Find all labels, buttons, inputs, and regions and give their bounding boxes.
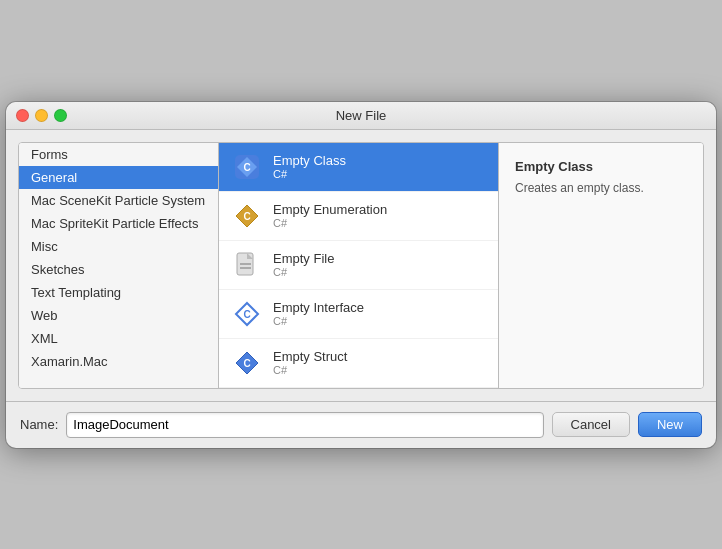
sidebar-item-text-templating[interactable]: Text Templating bbox=[19, 281, 218, 304]
file-icon-empty-interface: C bbox=[231, 298, 263, 330]
maximize-button[interactable] bbox=[54, 109, 67, 122]
bottom-bar: Name: Cancel New bbox=[6, 401, 716, 448]
name-input[interactable] bbox=[66, 412, 543, 438]
file-item-empty-file[interactable]: Empty FileC# bbox=[219, 241, 498, 290]
file-sub: C# bbox=[273, 364, 347, 376]
window-title: New File bbox=[336, 108, 387, 123]
file-name: Empty Interface bbox=[273, 300, 364, 315]
file-name: Empty Class bbox=[273, 153, 346, 168]
file-item-empty-class[interactable]: CEmpty ClassC# bbox=[219, 143, 498, 192]
button-group: Cancel New bbox=[552, 412, 702, 437]
svg-text:C: C bbox=[243, 162, 250, 173]
file-list: CEmpty ClassC#CEmpty EnumerationC#Empty … bbox=[219, 143, 499, 388]
file-name: Empty Enumeration bbox=[273, 202, 387, 217]
file-icon-empty-class: C bbox=[231, 151, 263, 183]
file-icon-empty-struct: C bbox=[231, 347, 263, 379]
sidebar-item-mac-scenekit[interactable]: Mac SceneKit Particle System bbox=[19, 189, 218, 212]
detail-description: Creates an empty class. bbox=[515, 180, 687, 197]
main-content: FormsGeneralMac SceneKit Particle System… bbox=[6, 130, 716, 401]
sidebar-item-mac-spritekit[interactable]: Mac SpriteKit Particle Effects bbox=[19, 212, 218, 235]
svg-text:C: C bbox=[243, 211, 250, 222]
new-file-window: New File FormsGeneralMac SceneKit Partic… bbox=[6, 102, 716, 448]
sidebar-item-xml[interactable]: XML bbox=[19, 327, 218, 350]
file-item-empty-enumeration[interactable]: CEmpty EnumerationC# bbox=[219, 192, 498, 241]
file-sub: C# bbox=[273, 266, 334, 278]
minimize-button[interactable] bbox=[35, 109, 48, 122]
file-sub: C# bbox=[273, 217, 387, 229]
new-button[interactable]: New bbox=[638, 412, 702, 437]
sidebar-item-xamarin-mac[interactable]: Xamarin.Mac bbox=[19, 350, 218, 373]
sidebar-item-sketches[interactable]: Sketches bbox=[19, 258, 218, 281]
file-icon-empty-file bbox=[231, 249, 263, 281]
file-sub: C# bbox=[273, 168, 346, 180]
file-item-empty-interface[interactable]: CEmpty InterfaceC# bbox=[219, 290, 498, 339]
sidebar-item-misc[interactable]: Misc bbox=[19, 235, 218, 258]
svg-text:C: C bbox=[243, 358, 250, 369]
sidebar-item-web[interactable]: Web bbox=[19, 304, 218, 327]
detail-title: Empty Class bbox=[515, 159, 687, 174]
close-button[interactable] bbox=[16, 109, 29, 122]
panels: FormsGeneralMac SceneKit Particle System… bbox=[18, 142, 704, 389]
file-sub: C# bbox=[273, 315, 364, 327]
file-item-empty-struct[interactable]: CEmpty StructC# bbox=[219, 339, 498, 388]
titlebar: New File bbox=[6, 102, 716, 130]
svg-text:C: C bbox=[243, 309, 250, 320]
sidebar-item-forms[interactable]: Forms bbox=[19, 143, 218, 166]
traffic-lights bbox=[16, 109, 67, 122]
detail-panel: Empty Class Creates an empty class. bbox=[499, 143, 703, 388]
name-label: Name: bbox=[20, 417, 58, 432]
sidebar: FormsGeneralMac SceneKit Particle System… bbox=[19, 143, 219, 388]
sidebar-item-general[interactable]: General bbox=[19, 166, 218, 189]
file-icon-empty-enumeration: C bbox=[231, 200, 263, 232]
file-name: Empty Struct bbox=[273, 349, 347, 364]
file-name: Empty File bbox=[273, 251, 334, 266]
cancel-button[interactable]: Cancel bbox=[552, 412, 630, 437]
